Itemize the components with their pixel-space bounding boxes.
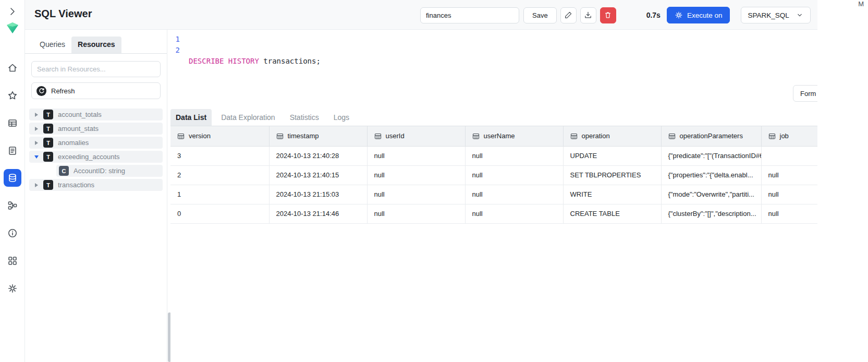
tab-resources[interactable]: Resources [71,37,121,53]
app-logo [4,19,21,37]
expand-caret-icon[interactable] [34,113,39,117]
sql-statement-text: transactions; [263,57,321,65]
cell-timestamp: 2024-10-13 21:15:03 [269,185,367,204]
tab-statistics[interactable]: Statistics [285,109,324,126]
cell-timestamp: 2024-10-13 21:40:28 [269,146,367,165]
execute-button-label: Execute on [687,11,723,19]
table-row[interactable]: 2 2024-10-13 21:40:15 null null SET TBLP… [170,165,868,185]
top-header-bar: SQL Viewer Save 0.7s Execute on SPARK_SQ… [25,0,868,30]
refresh-icon [36,86,46,96]
sidebar-tabs: Queries Resources [25,30,167,54]
expand-caret-icon[interactable] [34,141,39,145]
download-button[interactable] [580,7,596,23]
tree-item-label: transactions [58,181,94,189]
apps-grid-icon [7,256,18,266]
info-nav-button[interactable] [4,224,21,242]
editor-code[interactable]: DESCRIBE HISTORY transactions; [189,34,321,89]
results-panel: Data List Data Exploration Statistics Lo… [170,107,868,362]
tab-data-exploration[interactable]: Data Exploration [216,109,280,126]
apps-nav-button[interactable] [4,252,21,270]
queries-log-nav-button[interactable] [4,142,21,160]
table-row[interactable]: 0 2024-10-13 21:14:46 null null CREATE T… [170,204,868,223]
cell-timestamp: 2024-10-13 21:40:15 [269,165,367,185]
settings-nav-button[interactable] [4,280,21,297]
left-icon-rail [0,0,25,362]
table-header-row: version timestamp userId userName operat… [170,126,868,146]
favorites-nav-button[interactable] [4,87,21,104]
header-controls: Save 0.7s Execute on SPARK_SQL 1 [420,7,864,23]
expand-panel-button[interactable] [4,3,21,20]
column-header-label: timestamp [288,132,319,140]
table-column-icon [374,132,382,140]
line-number: 1 [170,34,180,45]
results-tabs: Data List Data Exploration Statistics Lo… [170,107,868,126]
pencil-icon [564,11,572,19]
column-header-label: job [780,132,789,140]
tables-nav-button[interactable] [4,114,21,132]
cell-username: null [465,146,563,165]
right-clipped-area: M [817,0,868,362]
tree-item-accountid-column[interactable]: C AccountID: string [56,165,163,177]
column-badge: C [59,166,69,176]
table-badge: T [43,180,53,190]
table-column-icon [570,132,578,140]
engine-select-value: SPARK_SQL [748,11,789,19]
table-column-icon [472,132,480,140]
delete-button[interactable] [600,7,616,23]
column-header-version[interactable]: version [170,126,269,146]
tree-item-account-totals[interactable]: T account_totals [29,108,163,120]
tree-item-transactions[interactable]: T transactions [29,179,163,191]
column-header-timestamp[interactable]: timestamp [269,126,367,146]
table-column-icon [177,132,185,140]
save-button[interactable]: Save [523,7,557,23]
collapse-caret-icon[interactable] [34,155,39,159]
edit-button[interactable] [560,7,577,23]
expand-caret-icon[interactable] [34,183,39,187]
refresh-button[interactable]: Refresh [31,82,161,99]
cell-version: 2 [170,165,269,185]
column-header-userid[interactable]: userId [367,126,465,146]
cell-operationparameters: {"predicate":"["(TransactionID#60521 = T… [661,146,761,165]
sql-editor[interactable]: 1 2 DESCRIBE HISTORY transactions; [170,30,817,107]
resources-tree: T account_totals T amount_stats T anomal… [25,108,167,191]
table-row[interactable]: 3 2024-10-13 21:40:28 null null UPDATE {… [170,146,868,165]
tab-logs[interactable]: Logs [328,109,354,126]
engine-select[interactable]: SPARK_SQL [741,7,810,23]
home-nav-button[interactable] [4,59,21,77]
lineage-nav-button[interactable] [4,197,21,214]
query-name-input[interactable] [420,7,519,23]
cell-userid: null [367,165,465,185]
column-header-operation[interactable]: operation [563,126,661,146]
cell-userid: null [367,146,465,165]
databases-nav-button[interactable] [4,169,21,187]
expand-caret-icon[interactable] [34,127,39,131]
tab-data-list[interactable]: Data List [170,109,212,126]
cell-operation: SET TBLPROPERTIES [563,165,661,185]
logo-gem-icon [6,21,19,34]
column-header-username[interactable]: userName [465,126,563,146]
cell-username: null [465,165,563,185]
column-header-operationparameters[interactable]: operationParameters [661,126,761,146]
cell-operation: CREATE TABLE [563,204,661,223]
tab-queries[interactable]: Queries [33,37,71,53]
chevron-down-icon [796,11,804,19]
cell-userid: null [367,204,465,223]
column-header-label: userName [484,132,515,140]
resources-search-input[interactable] [31,61,161,77]
table-row[interactable]: 1 2024-10-13 21:15:03 null null WRITE {"… [170,185,868,204]
tree-item-exceeding-accounts[interactable]: T exceeding_accounts [29,151,163,163]
trash-icon [604,11,612,19]
refresh-button-label: Refresh [51,87,75,95]
history-table: version timestamp userId userName operat… [170,126,868,224]
download-icon [584,11,592,19]
cell-version: 0 [170,204,269,223]
tree-item-label: anomalies [58,139,89,147]
table-column-icon [768,132,776,140]
tree-item-amount-stats[interactable]: T amount_stats [29,123,163,135]
column-header-label: operationParameters [680,132,743,140]
execute-button[interactable]: Execute on [667,7,730,23]
table-column-icon [668,132,676,140]
tree-item-label: amount_stats [58,125,99,132]
tree-item-anomalies[interactable]: T anomalies [29,137,163,149]
cell-version: 1 [170,185,269,204]
